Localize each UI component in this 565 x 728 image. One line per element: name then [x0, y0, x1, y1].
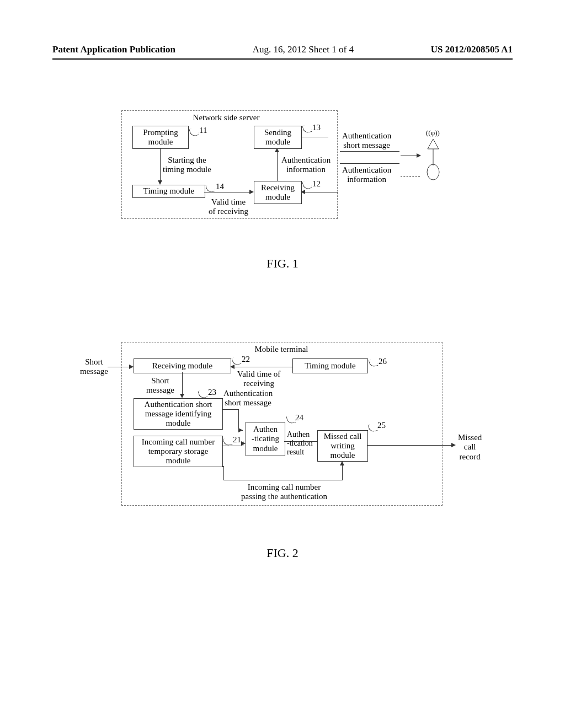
fig2-arrowhead-passing [340, 461, 344, 465]
fig2-arrow-authid-h [222, 409, 238, 410]
fig2-timing-module: Timing module [292, 358, 368, 373]
fig1-arrow-sending-out [301, 137, 328, 137]
fig2-incoming-module: Incoming call number temporary storage m… [134, 436, 223, 467]
fig2-arrow-receiving-authid [182, 372, 183, 394]
fig2-arrow-passing-v-branch [222, 466, 224, 467]
fig1-arrowhead-auth-sms-out [417, 153, 421, 158]
fig2-ref24: 24 [295, 413, 303, 422]
fig1-timing-module: Timing module [132, 185, 205, 198]
fig1-ref12: 12 [312, 179, 321, 189]
fig2-label-auth-sms: Authentication short message [223, 389, 273, 408]
svg-line-1 [433, 139, 439, 149]
fig1-receiving-module: Receiving module [254, 181, 302, 204]
fig2-arrow-authid-v [238, 409, 239, 430]
fig1-frame-title: Network side server [171, 113, 281, 122]
fig2-arrow-incoming-auth-v [243, 441, 243, 446]
header-mid: Aug. 16, 2012 Sheet 1 of 4 [253, 44, 354, 55]
fig2-ref26: 26 [379, 357, 387, 366]
fig1-ref11: 11 [199, 126, 207, 135]
fig2-arrow-authid-h2 [238, 430, 243, 431]
fig2-arrow-missed-out [367, 445, 452, 446]
fig2-label-shortmsg-in: Short message [80, 357, 108, 377]
svg-point-4 [427, 164, 439, 180]
fig2-arrow-passing-h [223, 480, 342, 480]
fig2-caption: FIG. 2 [0, 546, 565, 560]
fig2-arrow-shortmsg-in [108, 367, 130, 367]
fig2-ref23: 23 [208, 388, 216, 397]
fig2-label-valid: Valid time of receiving [237, 370, 280, 389]
fig2-label-auth-result: Authen -tication result [287, 430, 313, 457]
header-right: US 2012/0208505 A1 [431, 44, 513, 55]
fig2-arrowhead-receiving-authid [180, 394, 184, 398]
page-header: Patent Application Publication Aug. 16, … [52, 44, 513, 60]
fig2-ref25: 25 [377, 421, 386, 430]
fig2-arrow-timing-receiving [234, 367, 292, 367]
fig2-missed-writing-module: Missed call writing module [317, 430, 368, 462]
fig1-auth-info-overline [340, 163, 399, 186]
fig2-ref22: 22 [242, 355, 250, 364]
fig1-label-authinfo-inner: Authentication information [281, 156, 331, 175]
fig2-arrow-passing-v2 [342, 465, 343, 480]
fig1-dashed-authinfo [401, 176, 420, 177]
fig1-arrow-receiving-sending [277, 152, 278, 181]
fig2-auth-id-module: Authentication short message identifying… [134, 398, 223, 430]
fig2-ref21: 21 [233, 435, 241, 445]
fig1-label-valid: Valid time of receiving [209, 197, 248, 217]
fig1-ref14: 14 [216, 182, 224, 191]
svg-line-0 [428, 139, 433, 149]
fig1-caption: FIG. 1 [0, 256, 565, 271]
fig2-label-passing: Incoming call number passing the authent… [226, 483, 342, 502]
fig2-frame-title: Mobile terminal [232, 345, 331, 354]
fig1-ref13: 13 [312, 123, 321, 132]
fig1-auth-sms-underline [340, 129, 399, 152]
fig2-arrowhead-incoming-auth [241, 441, 246, 446]
fig1-label-starting: Starting the timing module [163, 156, 211, 175]
fig1-arrowhead-timing-receiving [249, 190, 254, 194]
fig2-arrowhead-timing-receiving [230, 365, 234, 369]
fig2-label-shortmsg-mid: Short message [146, 376, 174, 395]
fig1-arrow-receiving-in [305, 192, 338, 192]
antenna-waves-icon: ((φ)) [426, 129, 440, 137]
fig1-arrow-timing-receiving [204, 192, 249, 192]
fig2-arrowhead-missed-out [451, 443, 456, 447]
fig2-authenticating-module: Authen -ticating module [246, 422, 285, 456]
fig1-arrowhead-receiving-sending [275, 148, 279, 152]
fig1-arrowhead-prompting-timing [158, 180, 162, 185]
fig1-arrow-auth-sms-out [401, 156, 417, 156]
fig1-arrowhead-receiving-in [301, 190, 305, 194]
fig1-prompting-module: Prompting module [132, 126, 189, 149]
header-left: Patent Application Publication [52, 44, 175, 55]
fig1-arrow-prompting-timing [160, 148, 161, 181]
fig2-arrow-incoming-auth [222, 446, 243, 446]
antenna-icon [425, 139, 441, 180]
fig2-label-missed-out: Missed call record [458, 433, 482, 462]
fig1-sending-module: Sending module [254, 126, 302, 149]
fig2-receiving-module: Receiving module [134, 358, 231, 373]
fig2-arrow-passing-v [223, 466, 224, 480]
fig2-arrowhead-shortmsg-in [129, 365, 134, 369]
